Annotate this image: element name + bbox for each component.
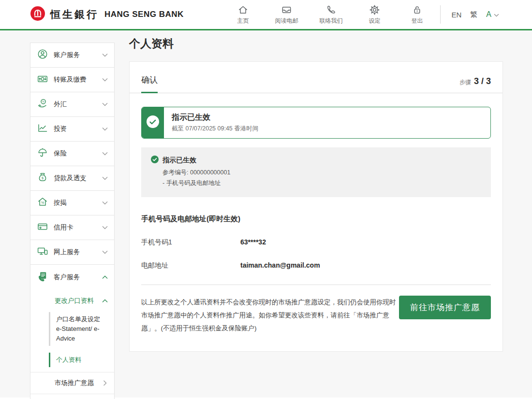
- step-value: 3 / 3: [474, 76, 491, 86]
- nav-logout[interactable]: 登出: [406, 4, 428, 25]
- header-divider: [440, 5, 441, 24]
- chevron-down-icon: [494, 10, 499, 19]
- sidebar-item-customer-service[interactable]: 客户服务: [30, 265, 114, 289]
- sidebar-item-insurance[interactable]: 保险: [30, 142, 114, 166]
- lock-icon: [412, 4, 423, 15]
- sidebar-item-label: 外汇: [54, 100, 67, 109]
- summary-box: 指示已生效 参考编号: 000000000001 - 手机号码及电邮地址: [141, 147, 491, 197]
- field-value: taiman.chan@gmail.com: [240, 261, 320, 269]
- hang-seng-logo-icon: [30, 6, 45, 23]
- nav-read-mail-label: 阅读电邮: [275, 17, 298, 25]
- nav-settings-label: 设定: [369, 17, 380, 25]
- nav-read-mail[interactable]: 阅读电邮: [275, 4, 298, 25]
- sidebar-item-accounts[interactable]: 账户服务: [30, 43, 114, 68]
- card-header: 确认 步骤 3 / 3: [130, 62, 502, 93]
- field-value: 63****32: [240, 238, 266, 246]
- chevron-up-icon: [102, 299, 108, 303]
- brand-name-en: HANG SENG BANK: [104, 10, 184, 19]
- success-banner-accent: [142, 107, 164, 138]
- mail-icon: [281, 4, 292, 15]
- home-icon: [237, 4, 249, 15]
- reference-number: 参考编号: 000000000001: [163, 169, 481, 177]
- section-title: 手机号码及电邮地址(即时生效): [141, 214, 491, 224]
- subitem-label: 市场推广意愿: [55, 379, 94, 387]
- divider: [141, 285, 491, 285]
- success-banner: 指示已生效 截至 07/07/2025 09:45 香港时间: [141, 107, 491, 139]
- field-label: 手机号码1: [141, 238, 240, 247]
- moneybag-icon: $: [37, 171, 48, 185]
- transfer-icon: [37, 73, 48, 86]
- font-size-selector[interactable]: A: [486, 10, 499, 19]
- chevron-up-icon: [102, 275, 108, 279]
- umbrella-icon: [37, 147, 48, 160]
- field-mobile-number: 手机号码1 63****32: [141, 224, 491, 247]
- footer-row: 以上所更改之个人通讯资料并不会改变你现时的市场推广意愿设定，我们仍会使用你现时市…: [141, 296, 491, 335]
- subitem-label: 个人资料: [56, 355, 101, 365]
- subitem-label: 更改户口资料: [55, 297, 94, 305]
- gear-icon: [369, 4, 380, 15]
- sidebar-subsubmenu: 户口名单及设定e-Statement/ e-Advice 个人资料: [30, 312, 114, 372]
- chevron-down-icon: [102, 176, 108, 180]
- chevron-down-icon: [102, 250, 108, 254]
- summary-title: 指示已生效: [163, 156, 196, 165]
- devices-icon: [37, 245, 48, 259]
- confirmation-card: 确认 步骤 3 / 3 指示已生效 截至 0: [129, 61, 503, 352]
- sidebar-item-fx[interactable]: fx 外汇: [30, 92, 114, 117]
- phone-icon: [325, 4, 337, 15]
- sidebar-subitem-estatement[interactable]: 户口名单及设定e-Statement/ e-Advice: [49, 312, 114, 346]
- sidebar-item-label: 网上服务: [54, 248, 80, 256]
- chevron-right-icon: [103, 380, 107, 386]
- step-label: 步骤: [459, 78, 471, 86]
- nav-contact-us[interactable]: 联络我们: [319, 4, 342, 25]
- sidebar-item-label: 账户服务: [54, 51, 80, 59]
- tab-confirm: 确认: [141, 74, 158, 93]
- sidebar-item-label: 贷款及透支: [54, 174, 87, 183]
- sidebar-item-online-services[interactable]: 网上服务: [30, 240, 114, 265]
- nav-home-label: 主页: [237, 17, 249, 25]
- banner-subtitle: 截至 07/07/2025 09:45 香港时间: [172, 125, 258, 133]
- step-indicator: 步骤 3 / 3: [459, 76, 491, 93]
- sidebar-item-credit-cards[interactable]: 信用卡: [30, 215, 114, 240]
- sidebar-subitem-change-account-info[interactable]: 更改户口资料: [30, 289, 114, 312]
- customer-service-icon: [37, 271, 48, 284]
- chevron-down-icon: [102, 152, 108, 156]
- header-nav: 主页 阅读电邮 联络我们: [232, 4, 428, 25]
- sidebar-item-label: 客户服务: [54, 273, 80, 282]
- sidebar-item-loans[interactable]: $ 贷款及透支: [30, 166, 114, 191]
- banner-title: 指示已生效: [172, 113, 258, 123]
- chevron-down-icon: [102, 201, 108, 205]
- nav-contact-us-label: 联络我们: [319, 17, 342, 25]
- header: 恒生銀行 HANG SENG BANK 主页 阅读电邮: [0, 0, 532, 30]
- nav-home[interactable]: 主页: [232, 4, 253, 25]
- svg-text:fx: fx: [42, 100, 44, 103]
- sidebar-item-label: 转账及缴费: [54, 75, 87, 84]
- check-circle-icon: [147, 115, 159, 130]
- sidebar: 账户服务 转账及缴费 fx: [30, 43, 115, 399]
- nav-settings[interactable]: 设定: [364, 4, 385, 25]
- goto-marketing-preference-button[interactable]: 前往市场推广意愿: [399, 296, 491, 319]
- sidebar-item-label: 信用卡: [54, 223, 74, 232]
- chevron-down-icon: [102, 127, 108, 131]
- sidebar-subitem-register-haro[interactable]: 登记 H A R O: [30, 394, 114, 399]
- mortgage-icon: %: [37, 196, 48, 210]
- lang-en-link[interactable]: EN: [451, 11, 461, 19]
- sidebar-subitem-marketing-preference[interactable]: 市场推广意愿: [30, 372, 114, 394]
- sidebar-item-transfers[interactable]: 转账及缴费: [30, 68, 114, 92]
- bank-logo[interactable]: 恒生銀行 HANG SENG BANK: [30, 6, 184, 23]
- lang-traditional-link[interactable]: 繁: [470, 10, 477, 19]
- language-switcher: EN 繁 A: [451, 10, 499, 19]
- sidebar-item-label: 保险: [54, 149, 67, 158]
- font-size-label: A: [486, 10, 491, 19]
- sidebar-item-mortgages[interactable]: % 按揭: [30, 191, 114, 215]
- chevron-down-icon: [102, 102, 108, 106]
- fx-icon: fx: [37, 98, 48, 111]
- sidebar-subitem-personal-info[interactable]: 个人资料: [49, 353, 114, 367]
- chevron-down-icon: [102, 78, 108, 82]
- chevron-down-icon: [102, 226, 108, 229]
- page-body: 账户服务 转账及缴费 fx: [0, 30, 532, 398]
- chevron-down-icon: [102, 53, 108, 57]
- sidebar-item-investments[interactable]: 投资: [30, 117, 114, 142]
- field-label: 电邮地址: [141, 261, 240, 270]
- creditcard-icon: [37, 221, 48, 234]
- field-email-address: 电邮地址 taiman.chan@gmail.com: [141, 247, 491, 270]
